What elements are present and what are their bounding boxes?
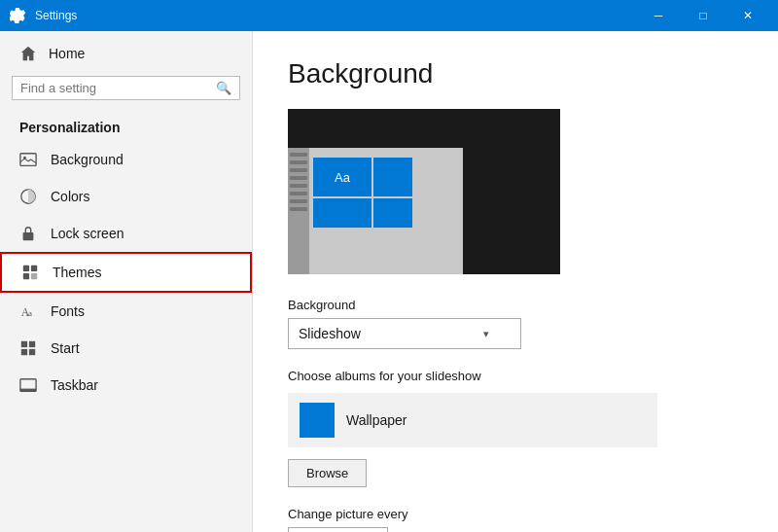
search-input[interactable] xyxy=(20,81,216,95)
svg-text:a: a xyxy=(28,308,32,318)
sidebar-item-fonts[interactable]: Aa Fonts xyxy=(0,293,252,330)
change-picture-label: Change picture every xyxy=(288,507,743,521)
titlebar: Settings ─ □ ✕ xyxy=(0,0,778,31)
content-area: Background Aa xyxy=(253,31,778,532)
preview-tiles: Aa xyxy=(313,158,412,249)
svg-rect-5 xyxy=(31,266,37,271)
search-box[interactable]: 🔍 xyxy=(12,76,240,100)
home-label: Home xyxy=(49,46,85,61)
start-label: Start xyxy=(51,340,80,356)
taskbar-icon xyxy=(19,376,37,394)
preview-inner: Aa xyxy=(288,148,463,274)
ruler-line xyxy=(290,168,307,172)
titlebar-left: Settings xyxy=(8,6,77,25)
background-dropdown[interactable]: Slideshow ▾ xyxy=(288,318,521,349)
titlebar-title: Settings xyxy=(35,9,77,22)
fonts-label: Fonts xyxy=(51,303,85,319)
ruler-line xyxy=(290,153,307,157)
svg-rect-6 xyxy=(23,273,29,279)
taskbar-label: Taskbar xyxy=(51,377,98,393)
svg-rect-11 xyxy=(29,341,35,347)
svg-rect-7 xyxy=(31,273,37,279)
page-title: Background xyxy=(288,58,743,89)
maximize-button[interactable]: □ xyxy=(681,0,725,31)
svg-rect-15 xyxy=(20,389,36,392)
start-icon xyxy=(19,339,37,357)
dropdown-value: Slideshow xyxy=(299,326,361,341)
ruler-line xyxy=(290,207,307,211)
fonts-icon: Aa xyxy=(19,302,37,320)
lock-screen-label: Lock screen xyxy=(51,226,124,241)
titlebar-controls: ─ □ ✕ xyxy=(636,0,770,31)
tile-small-2 xyxy=(313,198,371,228)
lock-icon xyxy=(19,225,37,242)
background-icon xyxy=(19,151,37,168)
svg-rect-13 xyxy=(29,349,35,355)
ruler-line xyxy=(290,184,307,188)
album-row[interactable]: Wallpaper xyxy=(288,393,657,447)
time-dropdown[interactable]: 30 minutes ▾ xyxy=(288,527,388,532)
colors-label: Colors xyxy=(51,189,89,204)
ruler-line xyxy=(290,192,307,195)
background-dropdown-container: Slideshow ▾ xyxy=(288,318,521,349)
svg-rect-12 xyxy=(21,349,27,355)
background-preview: Aa xyxy=(288,109,560,274)
album-name: Wallpaper xyxy=(346,412,407,428)
themes-label: Themes xyxy=(53,265,102,280)
sidebar-item-colors[interactable]: Colors xyxy=(0,178,252,215)
album-thumbnail xyxy=(300,403,335,438)
themes-icon xyxy=(21,264,39,281)
settings-icon xyxy=(8,6,27,25)
svg-point-1 xyxy=(23,157,26,160)
home-icon xyxy=(19,45,37,62)
ruler-line xyxy=(290,160,307,164)
albums-label: Choose albums for your slideshow xyxy=(288,369,743,383)
svg-rect-0 xyxy=(20,154,36,166)
app-body: Home 🔍 Personalization Background Colors xyxy=(0,31,778,532)
section-title: Personalization xyxy=(0,112,252,141)
browse-button[interactable]: Browse xyxy=(288,459,367,487)
sidebar-item-background[interactable]: Background xyxy=(0,141,252,178)
sidebar: Home 🔍 Personalization Background Colors xyxy=(0,31,253,532)
colors-icon xyxy=(19,188,37,205)
minimize-button[interactable]: ─ xyxy=(636,0,681,31)
ruler-line xyxy=(290,176,307,180)
svg-rect-4 xyxy=(23,266,29,271)
tile-small-1 xyxy=(373,158,412,196)
background-field-label: Background xyxy=(288,298,743,312)
ruler-line xyxy=(290,199,307,203)
sidebar-item-home[interactable]: Home xyxy=(0,31,252,76)
tile-small-3 xyxy=(373,198,412,228)
tile-aa: Aa xyxy=(313,158,371,196)
sidebar-item-lock-screen[interactable]: Lock screen xyxy=(0,215,252,252)
sidebar-item-themes[interactable]: Themes xyxy=(0,252,252,293)
sidebar-item-start[interactable]: Start xyxy=(0,330,252,367)
svg-rect-10 xyxy=(21,341,27,347)
svg-rect-3 xyxy=(23,232,34,240)
preview-ruler xyxy=(288,148,309,274)
close-button[interactable]: ✕ xyxy=(725,0,770,31)
chevron-down-icon: ▾ xyxy=(483,328,489,340)
sidebar-item-taskbar[interactable]: Taskbar xyxy=(0,367,252,404)
background-label: Background xyxy=(51,152,124,167)
search-icon: 🔍 xyxy=(216,81,231,95)
